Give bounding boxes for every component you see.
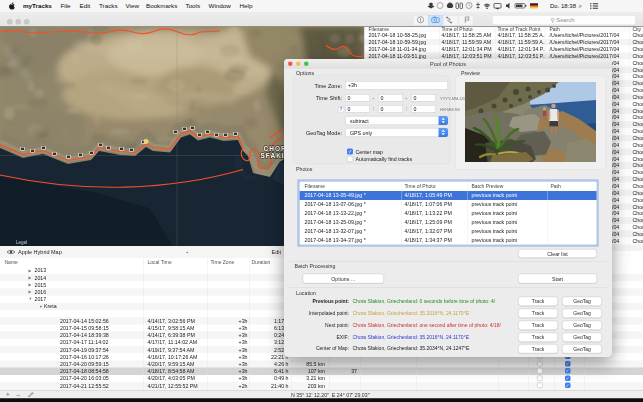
svg-text:Legal: Legal — [16, 240, 27, 245]
